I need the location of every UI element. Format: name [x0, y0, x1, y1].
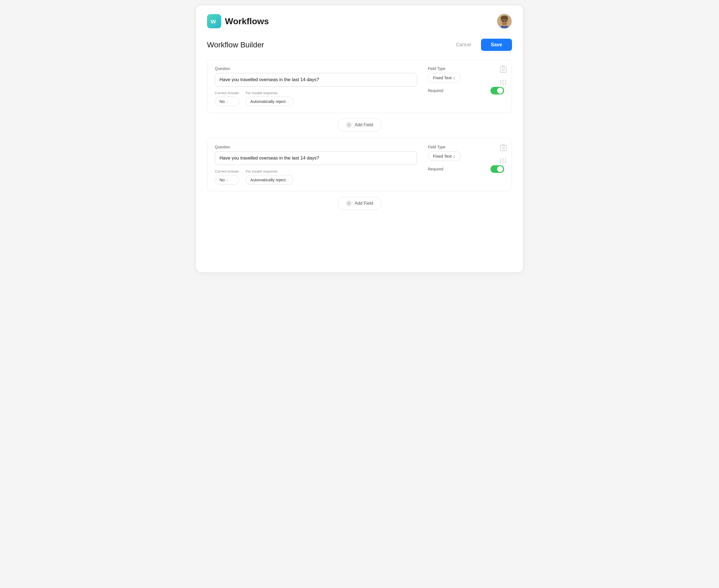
drag-dot	[505, 82, 506, 83]
card-left-2: Question Correct Answer No ↓ For invalid…	[215, 145, 417, 185]
app-container: w Workflows	[196, 5, 523, 272]
invalid-response-label-1: For invalid response	[246, 91, 293, 95]
drag-handle-1[interactable]	[500, 80, 507, 85]
correct-answer-arrow-1: ↓	[226, 100, 228, 103]
field-type-section-2: Field Type Fixed Text ↓	[428, 145, 504, 161]
correct-answer-dropdown-1[interactable]: No ↓	[215, 97, 239, 106]
field-card-1: Question Correct Answer No ↓ For invalid…	[207, 60, 512, 113]
svg-rect-6	[501, 17, 502, 20]
drag-dot	[502, 162, 504, 163]
plus-icon-2: +	[346, 201, 352, 206]
invalid-response-dropdown-2[interactable]: Automatically reject ↓	[246, 175, 293, 185]
invalid-response-value-1: Automatically reject	[250, 99, 286, 104]
logo-area: w Workflows	[207, 14, 269, 28]
drag-dot	[502, 160, 504, 162]
add-field-label-2: Add Field	[355, 201, 373, 206]
invalid-response-dropdown-1[interactable]: Automatically reject ↓	[246, 97, 293, 106]
toggle-track-1	[491, 87, 504, 94]
card-right-2: Field Type Fixed Text ↓ Required	[428, 145, 504, 173]
question-input-1[interactable]	[215, 73, 417, 87]
correct-answer-group-1: Correct Answer No ↓	[215, 91, 239, 106]
drag-dot	[505, 160, 506, 162]
delete-field-1-button[interactable]	[500, 65, 507, 75]
add-field-button-1[interactable]: + Add Field	[337, 119, 382, 131]
card-icons-2	[500, 144, 507, 163]
correct-answer-label-2: Correct Answer	[215, 169, 239, 173]
required-toggle-1[interactable]	[491, 87, 504, 94]
drag-dot	[500, 159, 501, 160]
drag-dot	[502, 82, 504, 83]
delete-field-2-button[interactable]	[500, 144, 507, 153]
svg-point-13	[502, 23, 507, 25]
drag-handle-2[interactable]	[500, 159, 507, 163]
drag-dot	[505, 80, 506, 81]
card-sub-row-1: Correct Answer No ↓ For invalid response…	[215, 91, 417, 106]
drag-dot	[502, 159, 504, 160]
page-title: Workflow Builder	[207, 41, 264, 49]
card-icons-1	[500, 65, 507, 85]
svg-rect-7	[506, 17, 508, 20]
toggle-thumb-1	[497, 88, 503, 93]
add-field-label-1: Add Field	[355, 123, 373, 127]
add-field-button-2[interactable]: + Add Field	[337, 197, 382, 210]
field-type-dropdown-2[interactable]: Fixed Text ↓	[428, 151, 460, 161]
required-toggle-2[interactable]	[491, 165, 504, 173]
avatar	[497, 14, 512, 29]
correct-answer-arrow-2: ↓	[226, 178, 228, 182]
correct-answer-dropdown-2[interactable]: No ↓	[215, 175, 239, 185]
field-type-label-1: Field Type	[428, 66, 445, 71]
drag-dot	[500, 82, 501, 83]
page-title-bar: Workflow Builder Cancel Save	[207, 39, 512, 51]
svg-point-9	[505, 20, 506, 22]
card-left-1: Question Correct Answer No ↓ For invalid…	[215, 66, 417, 106]
required-row-1: Required	[428, 87, 504, 94]
drag-dot	[500, 84, 501, 85]
card-right-1: Field Type Fixed Text ↓ Required	[428, 66, 504, 94]
field-card-2: Question Correct Answer No ↓ For invalid…	[207, 138, 512, 191]
svg-point-8	[502, 20, 504, 22]
required-label-1: Required	[428, 88, 444, 93]
title-actions: Cancel Save	[452, 39, 512, 51]
card-sub-row-2: Correct Answer No ↓ For invalid response…	[215, 169, 417, 185]
cancel-button[interactable]: Cancel	[452, 40, 475, 50]
add-field-wrapper-2: + Add Field	[207, 197, 512, 210]
save-button[interactable]: Save	[481, 39, 512, 51]
question-label-1: Question	[215, 66, 417, 71]
question-label-2: Question	[215, 145, 417, 149]
drag-dot	[500, 162, 501, 163]
drag-dot	[505, 162, 506, 163]
invalid-response-label-2: For invalid response	[246, 169, 293, 173]
field-type-section-1: Field Type Fixed Text ↓	[428, 66, 504, 83]
drag-dot	[505, 159, 506, 160]
correct-answer-label-1: Correct Answer	[215, 91, 239, 95]
field-type-label-2: Field Type	[428, 145, 445, 149]
required-row-2: Required	[428, 165, 504, 173]
drag-dot	[502, 84, 504, 85]
required-label-2: Required	[428, 167, 444, 171]
field-type-row-1: Field Type	[428, 66, 504, 71]
field-type-value-1: Fixed Text	[433, 76, 452, 80]
plus-icon-1: +	[346, 122, 352, 128]
app-logo: w	[207, 14, 221, 28]
add-field-wrapper-1: + Add Field	[207, 119, 512, 131]
drag-dot	[500, 80, 501, 81]
drag-dot	[505, 84, 506, 85]
invalid-response-group-2: For invalid response Automatically rejec…	[246, 169, 293, 185]
invalid-response-arrow-1: ↓	[287, 100, 289, 103]
correct-answer-value-1: No	[220, 99, 225, 104]
field-type-row-2: Field Type	[428, 145, 504, 149]
field-type-dropdown-1[interactable]: Fixed Text ↓	[428, 73, 460, 83]
toggle-thumb-2	[497, 166, 503, 172]
drag-dot	[502, 80, 504, 81]
field-type-value-2: Fixed Text	[433, 154, 452, 159]
header: w Workflows	[207, 14, 512, 29]
correct-answer-group-2: Correct Answer No ↓	[215, 169, 239, 185]
field-type-arrow-1: ↓	[453, 76, 455, 80]
drag-dot	[500, 160, 501, 162]
invalid-response-arrow-2: ↓	[287, 178, 289, 182]
field-type-arrow-2: ↓	[453, 154, 455, 159]
invalid-response-group-1: For invalid response Automatically rejec…	[246, 91, 293, 106]
invalid-response-value-2: Automatically reject	[250, 177, 286, 182]
app-title: Workflows	[225, 16, 269, 26]
question-input-2[interactable]	[215, 151, 417, 165]
